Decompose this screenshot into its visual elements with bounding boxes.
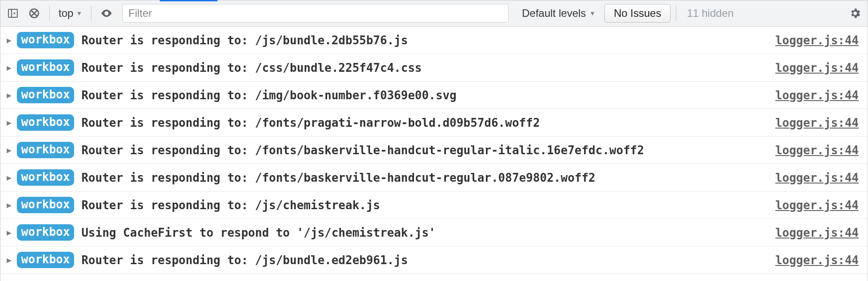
workbox-badge: workbox — [17, 32, 75, 48]
source-link[interactable]: logger.js:44 — [775, 61, 859, 74]
source-link[interactable]: logger.js:44 — [775, 89, 859, 102]
console-log-row: ▶workboxRouter is responding to: /fonts/… — [0, 137, 868, 164]
issues-button[interactable]: No Issues — [604, 4, 671, 23]
console-prompt-row[interactable]: > — [0, 274, 868, 281]
expand-triangle-icon[interactable]: ▶ — [7, 118, 12, 127]
separator — [91, 6, 91, 21]
workbox-badge: workbox — [17, 87, 75, 103]
expand-triangle-icon[interactable]: ▶ — [7, 145, 12, 155]
live-expression-eye-icon[interactable] — [97, 4, 116, 23]
source-link[interactable]: logger.js:44 — [775, 116, 859, 129]
source-link[interactable]: logger.js:44 — [775, 34, 859, 47]
source-link[interactable]: logger.js:44 — [775, 226, 859, 239]
workbox-badge: workbox — [17, 114, 75, 131]
source-link[interactable]: logger.js:44 — [775, 171, 859, 184]
log-message: Router is responding to: /js/bundle.ed2e… — [81, 254, 408, 267]
source-link[interactable]: logger.js:44 — [775, 144, 859, 157]
prompt-caret-icon: > — [6, 279, 12, 281]
log-message: Using CacheFirst to respond to '/js/chem… — [81, 226, 435, 239]
workbox-badge: workbox — [17, 142, 75, 158]
workbox-badge: workbox — [17, 224, 75, 241]
expand-triangle-icon[interactable]: ▶ — [7, 90, 12, 100]
workbox-badge: workbox — [17, 59, 75, 76]
levels-label: Default levels — [522, 7, 586, 20]
expand-triangle-icon[interactable]: ▶ — [7, 63, 12, 72]
workbox-badge: workbox — [17, 197, 75, 213]
context-selector[interactable]: top ▼ — [55, 5, 86, 21]
log-message: Router is responding to: /fonts/pragati-… — [81, 116, 540, 129]
expand-triangle-icon[interactable]: ▶ — [7, 255, 12, 265]
console-toolbar: top ▼ Default levels ▼ No Issues 11 hidd… — [0, 0, 868, 27]
console-panel: top ▼ Default levels ▼ No Issues 11 hidd… — [0, 0, 868, 281]
svg-rect-0 — [8, 9, 17, 17]
console-log-row: ▶workboxRouter is responding to: /fonts/… — [0, 164, 868, 191]
chevron-down-icon: ▼ — [589, 10, 596, 17]
svg-point-2 — [106, 12, 108, 15]
log-message: Router is responding to: /fonts/baskervi… — [81, 171, 595, 184]
source-link[interactable]: logger.js:44 — [775, 254, 859, 267]
console-log-row: ▶workboxRouter is responding to: /js/bun… — [0, 246, 868, 274]
console-log-row: ▶workboxRouter is responding to: /css/bu… — [0, 54, 868, 82]
console-log-row: ▶workboxRouter is responding to: /fonts/… — [0, 109, 868, 137]
workbox-badge: workbox — [17, 252, 75, 268]
console-log-row: ▶workboxRouter is responding to: /js/bun… — [0, 27, 868, 54]
console-log-row: ▶workboxUsing CacheFirst to respond to '… — [0, 219, 868, 246]
separator — [49, 6, 50, 21]
console-log-list: ▶workboxRouter is responding to: /js/bun… — [0, 27, 868, 274]
active-tab-indicator — [160, 0, 217, 1]
log-message: Router is responding to: /js/chemistreak… — [81, 199, 380, 212]
expand-triangle-icon[interactable]: ▶ — [7, 200, 12, 210]
chevron-down-icon: ▼ — [76, 10, 82, 17]
console-log-row: ▶workboxRouter is responding to: /js/che… — [0, 191, 868, 219]
expand-triangle-icon[interactable]: ▶ — [7, 35, 12, 45]
console-log-row: ▶workboxRouter is responding to: /img/bo… — [0, 82, 868, 109]
toggle-sidebar-icon[interactable] — [3, 4, 23, 23]
issues-label: No Issues — [614, 7, 661, 20]
log-message: Router is responding to: /fonts/baskervi… — [81, 144, 644, 157]
separator — [676, 6, 676, 21]
expand-triangle-icon[interactable]: ▶ — [7, 228, 12, 237]
log-message: Router is responding to: /img/book-numbe… — [81, 89, 456, 102]
filter-input[interactable] — [122, 4, 509, 23]
workbox-badge: workbox — [17, 169, 75, 186]
source-link[interactable]: logger.js:44 — [775, 199, 859, 212]
context-label: top — [59, 7, 73, 20]
log-message: Router is responding to: /js/bundle.2db5… — [81, 34, 408, 47]
log-levels-selector[interactable]: Default levels ▼ — [515, 7, 603, 20]
hidden-count[interactable]: 11 hidden — [682, 7, 739, 20]
clear-console-icon[interactable] — [24, 4, 44, 23]
log-message: Router is responding to: /css/bundle.225… — [81, 61, 422, 74]
expand-triangle-icon[interactable]: ▶ — [7, 173, 12, 182]
settings-gear-icon[interactable] — [845, 7, 865, 20]
